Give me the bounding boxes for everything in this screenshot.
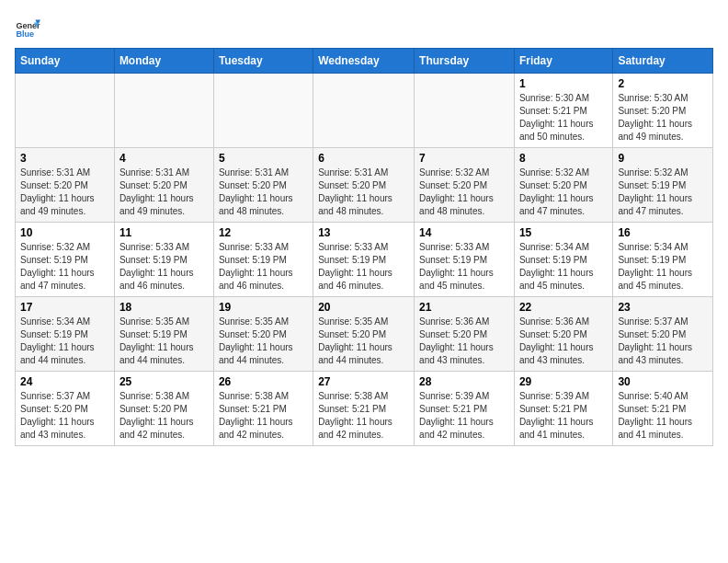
day-info: Sunrise: 5:31 AM Sunset: 5:20 PM Dayligh…: [20, 167, 109, 218]
day-info: Sunrise: 5:30 AM Sunset: 5:20 PM Dayligh…: [618, 92, 708, 144]
calendar-cell: 20Sunrise: 5:35 AM Sunset: 5:20 PM Dayli…: [313, 297, 415, 372]
calendar-header-row: SundayMondayTuesdayWednesdayThursdayFrid…: [16, 49, 713, 74]
calendar-cell: 22Sunrise: 5:36 AM Sunset: 5:20 PM Dayli…: [514, 297, 612, 372]
day-number: 6: [318, 152, 409, 165]
day-number: 17: [20, 301, 109, 314]
calendar-cell: 10Sunrise: 5:32 AM Sunset: 5:19 PM Dayli…: [16, 223, 115, 297]
day-info: Sunrise: 5:31 AM Sunset: 5:20 PM Dayligh…: [318, 167, 409, 218]
day-info: Sunrise: 5:33 AM Sunset: 5:19 PM Dayligh…: [419, 241, 509, 293]
day-number: 3: [20, 152, 109, 165]
calendar-cell: 2Sunrise: 5:30 AM Sunset: 5:20 PM Daylig…: [613, 74, 713, 148]
logo-icon: General Blue: [15, 15, 40, 40]
calendar-cell: 6Sunrise: 5:31 AM Sunset: 5:20 PM Daylig…: [313, 148, 415, 223]
column-header-thursday: Thursday: [415, 49, 515, 74]
day-info: Sunrise: 5:34 AM Sunset: 5:19 PM Dayligh…: [20, 316, 109, 367]
day-info: Sunrise: 5:39 AM Sunset: 5:21 PM Dayligh…: [519, 390, 608, 442]
day-info: Sunrise: 5:38 AM Sunset: 5:21 PM Dayligh…: [219, 390, 308, 442]
calendar-week-row: 3Sunrise: 5:31 AM Sunset: 5:20 PM Daylig…: [16, 148, 713, 223]
day-info: Sunrise: 5:37 AM Sunset: 5:20 PM Dayligh…: [618, 316, 708, 367]
calendar-cell: [16, 74, 115, 148]
day-number: 8: [519, 152, 608, 165]
calendar-cell: 11Sunrise: 5:33 AM Sunset: 5:19 PM Dayli…: [114, 223, 213, 297]
day-info: Sunrise: 5:37 AM Sunset: 5:20 PM Dayligh…: [20, 390, 109, 442]
column-header-monday: Monday: [114, 49, 213, 74]
column-header-saturday: Saturday: [613, 49, 713, 74]
day-info: Sunrise: 5:35 AM Sunset: 5:20 PM Dayligh…: [318, 316, 409, 367]
calendar-cell: 28Sunrise: 5:39 AM Sunset: 5:21 PM Dayli…: [415, 372, 515, 446]
day-number: 13: [318, 226, 409, 239]
calendar-cell: [114, 74, 213, 148]
calendar-cell: 4Sunrise: 5:31 AM Sunset: 5:20 PM Daylig…: [114, 148, 213, 223]
column-header-sunday: Sunday: [16, 49, 115, 74]
day-number: 26: [219, 375, 308, 388]
day-info: Sunrise: 5:32 AM Sunset: 5:20 PM Dayligh…: [519, 167, 608, 218]
day-number: 16: [618, 226, 708, 239]
calendar-cell: 15Sunrise: 5:34 AM Sunset: 5:19 PM Dayli…: [514, 223, 612, 297]
day-number: 20: [318, 301, 409, 314]
day-info: Sunrise: 5:38 AM Sunset: 5:21 PM Dayligh…: [318, 390, 409, 442]
day-number: 5: [219, 152, 308, 165]
day-number: 7: [419, 152, 509, 165]
calendar-cell: 23Sunrise: 5:37 AM Sunset: 5:20 PM Dayli…: [613, 297, 713, 372]
calendar-cell: 29Sunrise: 5:39 AM Sunset: 5:21 PM Dayli…: [514, 372, 612, 446]
calendar-table: SundayMondayTuesdayWednesdayThursdayFrid…: [15, 48, 713, 446]
calendar-cell: 9Sunrise: 5:32 AM Sunset: 5:19 PM Daylig…: [613, 148, 713, 223]
day-info: Sunrise: 5:32 AM Sunset: 5:20 PM Dayligh…: [419, 167, 509, 218]
calendar-cell: 13Sunrise: 5:33 AM Sunset: 5:19 PM Dayli…: [313, 223, 415, 297]
calendar-week-row: 17Sunrise: 5:34 AM Sunset: 5:19 PM Dayli…: [16, 297, 713, 372]
day-number: 27: [318, 375, 409, 388]
day-info: Sunrise: 5:31 AM Sunset: 5:20 PM Dayligh…: [219, 167, 308, 218]
column-header-friday: Friday: [514, 49, 612, 74]
day-number: 2: [618, 77, 708, 90]
calendar-cell: 8Sunrise: 5:32 AM Sunset: 5:20 PM Daylig…: [514, 148, 612, 223]
day-number: 21: [419, 301, 509, 314]
day-number: 12: [219, 226, 308, 239]
day-number: 30: [618, 375, 708, 388]
day-info: Sunrise: 5:33 AM Sunset: 5:19 PM Dayligh…: [318, 241, 409, 293]
calendar-cell: [313, 74, 415, 148]
calendar-week-row: 24Sunrise: 5:37 AM Sunset: 5:20 PM Dayli…: [16, 372, 713, 446]
day-info: Sunrise: 5:35 AM Sunset: 5:19 PM Dayligh…: [119, 316, 209, 367]
calendar-cell: 25Sunrise: 5:38 AM Sunset: 5:20 PM Dayli…: [114, 372, 213, 446]
day-info: Sunrise: 5:40 AM Sunset: 5:21 PM Dayligh…: [618, 390, 708, 442]
day-number: 11: [119, 226, 209, 239]
day-info: Sunrise: 5:32 AM Sunset: 5:19 PM Dayligh…: [20, 241, 109, 293]
day-number: 24: [20, 375, 109, 388]
day-number: 19: [219, 301, 308, 314]
calendar-cell: 16Sunrise: 5:34 AM Sunset: 5:19 PM Dayli…: [613, 223, 713, 297]
day-info: Sunrise: 5:35 AM Sunset: 5:20 PM Dayligh…: [219, 316, 308, 367]
calendar-cell: 24Sunrise: 5:37 AM Sunset: 5:20 PM Dayli…: [16, 372, 115, 446]
calendar-cell: 14Sunrise: 5:33 AM Sunset: 5:19 PM Dayli…: [415, 223, 515, 297]
calendar-cell: 19Sunrise: 5:35 AM Sunset: 5:20 PM Dayli…: [213, 297, 313, 372]
calendar-cell: 18Sunrise: 5:35 AM Sunset: 5:19 PM Dayli…: [114, 297, 213, 372]
calendar-cell: 12Sunrise: 5:33 AM Sunset: 5:19 PM Dayli…: [213, 223, 313, 297]
day-number: 15: [519, 226, 608, 239]
calendar-week-row: 10Sunrise: 5:32 AM Sunset: 5:19 PM Dayli…: [16, 223, 713, 297]
calendar-cell: [415, 74, 515, 148]
calendar-cell: 3Sunrise: 5:31 AM Sunset: 5:20 PM Daylig…: [16, 148, 115, 223]
calendar-cell: 5Sunrise: 5:31 AM Sunset: 5:20 PM Daylig…: [213, 148, 313, 223]
day-info: Sunrise: 5:31 AM Sunset: 5:20 PM Dayligh…: [119, 167, 209, 218]
day-info: Sunrise: 5:32 AM Sunset: 5:19 PM Dayligh…: [618, 167, 708, 218]
calendar-cell: 21Sunrise: 5:36 AM Sunset: 5:20 PM Dayli…: [415, 297, 515, 372]
svg-text:Blue: Blue: [16, 29, 34, 39]
calendar-cell: 1Sunrise: 5:30 AM Sunset: 5:21 PM Daylig…: [514, 74, 612, 148]
day-number: 18: [119, 301, 209, 314]
calendar-cell: 7Sunrise: 5:32 AM Sunset: 5:20 PM Daylig…: [415, 148, 515, 223]
day-number: 9: [618, 152, 708, 165]
calendar-cell: 27Sunrise: 5:38 AM Sunset: 5:21 PM Dayli…: [313, 372, 415, 446]
day-info: Sunrise: 5:34 AM Sunset: 5:19 PM Dayligh…: [618, 241, 708, 293]
calendar-week-row: 1Sunrise: 5:30 AM Sunset: 5:21 PM Daylig…: [16, 74, 713, 148]
day-number: 22: [519, 301, 608, 314]
day-info: Sunrise: 5:33 AM Sunset: 5:19 PM Dayligh…: [219, 241, 308, 293]
day-number: 1: [519, 77, 608, 90]
day-info: Sunrise: 5:36 AM Sunset: 5:20 PM Dayligh…: [419, 316, 509, 367]
day-number: 10: [20, 226, 109, 239]
day-info: Sunrise: 5:33 AM Sunset: 5:19 PM Dayligh…: [119, 241, 209, 293]
day-info: Sunrise: 5:39 AM Sunset: 5:21 PM Dayligh…: [419, 390, 509, 442]
day-info: Sunrise: 5:36 AM Sunset: 5:20 PM Dayligh…: [519, 316, 608, 367]
calendar-cell: 26Sunrise: 5:38 AM Sunset: 5:21 PM Dayli…: [213, 372, 313, 446]
calendar-cell: 30Sunrise: 5:40 AM Sunset: 5:21 PM Dayli…: [613, 372, 713, 446]
logo: General Blue: [15, 15, 44, 40]
calendar-cell: [213, 74, 313, 148]
